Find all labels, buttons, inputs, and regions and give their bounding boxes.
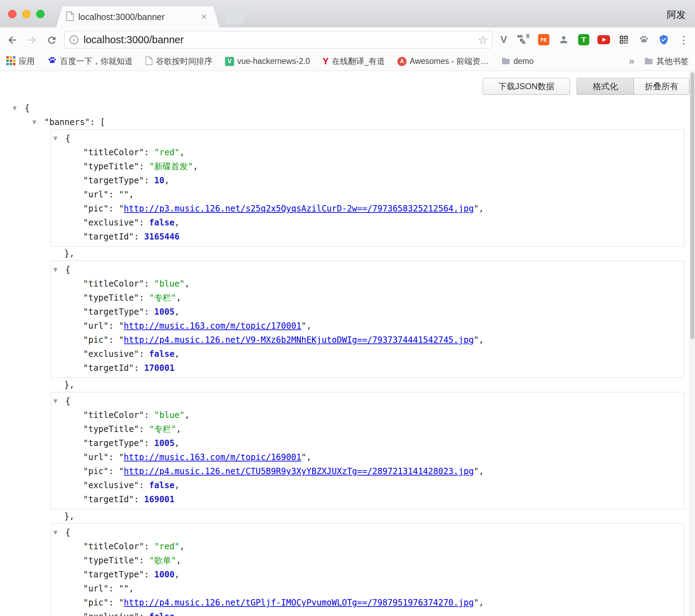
banner-array-item: ▼{"titleColor": "blue","typeTitle": "专栏"… — [51, 392, 684, 523]
json-string-value: "red" — [154, 542, 179, 551]
banners-array: ▼{"titleColor": "red","typeTitle": "新碟首发… — [51, 129, 684, 616]
json-property-targetType: "targetType": 1005, — [51, 305, 684, 319]
json-property-targetType: "targetType": 1005, — [51, 436, 684, 450]
json-object-close-line: }, — [51, 247, 684, 261]
share-person-extension-icon[interactable] — [557, 33, 570, 46]
json-viewer: ▼{ ▼"banners": [ ▼{"titleColor": "red","… — [0, 71, 695, 616]
json-link-url[interactable]: http://music.163.com/m/topic/169001 — [124, 452, 302, 462]
new-tab-button[interactable] — [225, 9, 249, 24]
json-property-url: "url": "", — [51, 188, 684, 202]
vimium-extension-icon[interactable]: V — [497, 33, 510, 46]
json-boolean-value: false — [149, 480, 174, 490]
collapse-triangle-icon[interactable]: ▼ — [13, 101, 21, 115]
page-info-icon[interactable]: i — [70, 35, 78, 44]
paw-extension-icon[interactable] — [637, 33, 650, 46]
bookmark-folder-other[interactable]: 其他书签 — [644, 56, 689, 67]
scrollbar-thumb[interactable] — [690, 72, 694, 339]
close-tab-icon[interactable]: × — [200, 12, 207, 22]
youtube-extension-icon[interactable] — [597, 33, 610, 46]
json-boolean-value: false — [149, 349, 174, 359]
banner-object-box: ▼{"titleColor": "red","typeTitle": "新碟首发… — [51, 129, 684, 247]
chrome-menu-icon[interactable]: ⋮ — [677, 33, 690, 46]
window-titlebar: localhost:3000/banner × 阿发 — [0, 0, 695, 27]
json-key: "url" — [83, 190, 108, 199]
json-object-open-line: ▼{ — [51, 394, 684, 408]
json-key: "exclusive" — [83, 349, 139, 359]
fehelper-extension-icon[interactable]: FE — [537, 33, 550, 46]
json-string-value: "blue" — [154, 410, 185, 420]
json-property-exclusive: "exclusive": false, — [51, 347, 684, 361]
bookmark-baidu[interactable]: 百度一下，你就知道 — [47, 56, 133, 67]
collapse-triangle-icon[interactable]: ▼ — [53, 263, 62, 277]
bookmark-google-sort[interactable]: 谷歌按时间排序 — [145, 56, 212, 67]
json-link-url[interactable]: http://music.163.com/m/topic/170001 — [124, 321, 302, 331]
back-button[interactable] — [6, 33, 19, 47]
json-number-value: 1005 — [154, 438, 174, 448]
bookmarks-overflow-chevron[interactable]: » — [629, 56, 634, 67]
reload-button[interactable] — [45, 33, 58, 47]
bookmark-youdao[interactable]: Y 在线翻译_有道 — [323, 56, 385, 67]
folder-icon — [501, 57, 510, 66]
pen-icon: ✎ — [519, 37, 526, 47]
json-key: "titleColor" — [83, 410, 144, 420]
collapse-all-button[interactable]: 折叠所有 — [634, 78, 689, 95]
collapse-triangle-icon[interactable]: ▼ — [53, 394, 62, 408]
collapse-triangle-icon[interactable]: ▼ — [53, 131, 62, 145]
navigation-toolbar: i localhost:3000/banner ☆ V en 英 ✎ FE T — [0, 27, 695, 52]
close-window-button[interactable] — [8, 10, 16, 18]
json-object-close-line: }, — [51, 378, 684, 392]
json-number-value: 169001 — [144, 494, 174, 504]
download-json-button[interactable]: 下载JSON数据 — [483, 78, 570, 95]
json-key: "titleColor" — [83, 279, 144, 289]
json-number-value: 10 — [154, 176, 164, 185]
security-shield-extension-icon[interactable] — [657, 33, 670, 46]
collapse-triangle-icon[interactable]: ▼ — [53, 525, 62, 539]
json-property-targetId: "targetId": 3165446 — [51, 230, 684, 244]
collapse-triangle-icon[interactable]: ▼ — [32, 115, 41, 129]
bookmark-awesomes[interactable]: A Awesomes - 前端资… — [397, 56, 489, 67]
qr-code-extension-icon[interactable] — [617, 33, 630, 46]
forward-button[interactable] — [25, 33, 39, 47]
json-link-pic[interactable]: http://p4.music.126.net/V9-MXz6b2MNhEKju… — [124, 335, 474, 345]
json-object-open-line: ▼{ — [51, 131, 684, 145]
url-text: localhost:3000/banner — [84, 34, 184, 46]
minimize-window-button[interactable] — [22, 10, 31, 18]
bookmark-apps[interactable]: 应用 — [6, 56, 35, 67]
tampermonkey-extension-icon[interactable]: T — [577, 33, 590, 46]
json-string-value: "新碟首发" — [149, 162, 193, 171]
profile-name: 阿发 — [667, 8, 686, 21]
json-property-typeTitle: "typeTitle": "专栏", — [51, 291, 684, 305]
translate-extension-icon[interactable]: en 英 ✎ — [517, 33, 530, 46]
json-link-pic[interactable]: http://p4.music.126.net/tGPljf-IMOCyPvum… — [124, 598, 474, 608]
json-property-exclusive: "exclusive": false, — [51, 216, 684, 230]
json-string-value: "专栏" — [149, 293, 176, 303]
json-boolean-value: false — [149, 218, 174, 228]
json-key: "pic" — [83, 204, 108, 214]
json-property-titleColor: "titleColor": "red", — [51, 539, 684, 553]
json-property-targetType: "targetType": 10, — [51, 173, 684, 188]
json-boolean-value: false — [149, 612, 174, 616]
address-bar[interactable]: i localhost:3000/banner ☆ — [64, 31, 492, 48]
bookmark-vue-hackernews[interactable]: V vue-hackernews-2.0 — [225, 57, 310, 66]
json-link-pic[interactable]: http://p3.music.126.net/s25q2x5QyqsAzilC… — [124, 204, 474, 214]
zoom-window-button[interactable] — [36, 10, 45, 18]
format-button[interactable]: 格式化 — [577, 78, 634, 95]
banner-array-item: ▼{"titleColor": "red","typeTitle": "新碟首发… — [51, 129, 684, 261]
json-property-titleColor: "titleColor": "red", — [51, 145, 684, 159]
json-key: "url" — [83, 321, 108, 331]
bookmark-folder-demo[interactable]: demo — [501, 57, 534, 66]
json-object-open-line: ▼{ — [51, 525, 684, 539]
json-link-pic[interactable]: http://p4.music.126.net/CTU5B9R9y3XyYBZX… — [124, 466, 474, 476]
json-root-brace: { — [25, 103, 29, 113]
youdao-icon: Y — [323, 56, 329, 67]
json-property-pic: "pic": "http://p3.music.126.net/s25q2x5Q… — [51, 202, 684, 216]
json-key: "exclusive" — [83, 218, 139, 228]
json-object-close-line: }, — [51, 509, 684, 523]
json-key: "pic" — [83, 598, 108, 608]
vertical-scrollbar[interactable] — [689, 71, 695, 616]
bookmark-star-icon[interactable]: ☆ — [478, 33, 488, 47]
browser-tab[interactable]: localhost:3000/banner × — [56, 6, 219, 27]
json-property-titleColor: "titleColor": "blue", — [51, 408, 684, 422]
json-key: "targetType" — [83, 176, 144, 185]
page-content: 下载JSON数据 格式化 折叠所有 ▼{ ▼"banners": [ ▼{"ti… — [0, 71, 695, 616]
